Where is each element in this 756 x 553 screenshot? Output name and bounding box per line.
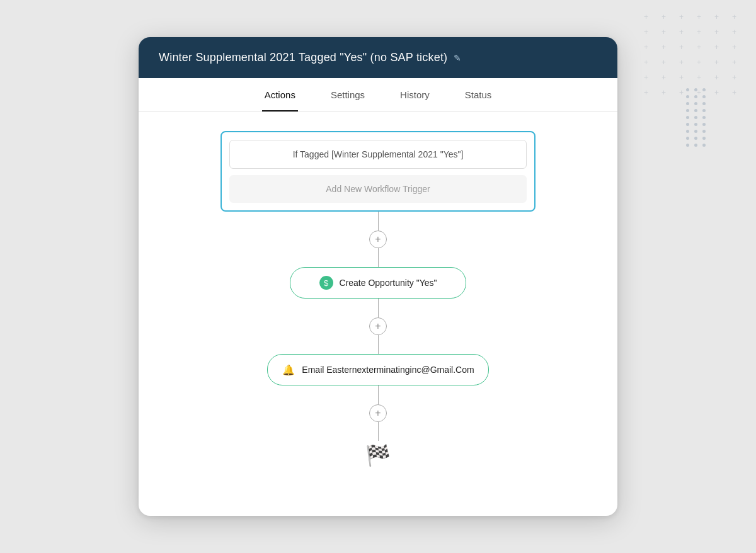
add-step-button-3[interactable]: + — [369, 404, 387, 422]
plus-icon-1: + — [375, 234, 381, 245]
dollar-icon: $ — [324, 278, 328, 288]
connector-line-1 — [378, 212, 379, 231]
connector-line-3 — [378, 385, 379, 404]
add-trigger-button[interactable]: Add New Workflow Trigger — [229, 175, 527, 203]
tab-settings[interactable]: Settings — [328, 78, 367, 111]
tabs-bar: Actions Settings History Status — [139, 78, 617, 112]
outer-wrapper: ++++++ ++++++ ++++++ ++++++ ++++++ +++++… — [0, 0, 756, 553]
tab-actions[interactable]: Actions — [262, 78, 298, 111]
decorative-plus-grid: ++++++ ++++++ ++++++ ++++++ ++++++ +++++… — [644, 13, 743, 97]
card-header: Winter Supplemental 2021 Tagged "Yes" (n… — [139, 37, 617, 78]
add-step-button-1[interactable]: + — [369, 231, 387, 248]
decorative-dots — [686, 88, 706, 151]
bell-icon: 🔔 — [282, 364, 295, 376]
trigger-condition[interactable]: If Tagged [Winter Supplemental 2021 "Yes… — [229, 140, 527, 169]
action-label-1: Create Opportunity "Yes" — [340, 278, 437, 288]
connector-line-1b — [378, 248, 379, 267]
trigger-box: If Tagged [Winter Supplemental 2021 "Yes… — [220, 131, 536, 212]
connector-1: + — [369, 212, 387, 267]
main-card: Winter Supplemental 2021 Tagged "Yes" (n… — [139, 37, 617, 516]
plus-icon-2: + — [375, 321, 381, 332]
action-node-email[interactable]: 🔔 Email Easternexterminatinginc@Gmail.Co… — [267, 354, 488, 385]
edit-icon[interactable]: ✎ — [454, 53, 461, 63]
card-title: Winter Supplemental 2021 Tagged "Yes" (n… — [159, 51, 447, 64]
finish-flag: 🏁 — [365, 443, 391, 467]
connector-line-2b — [378, 335, 379, 354]
card-body: If Tagged [Winter Supplemental 2021 "Yes… — [139, 112, 617, 493]
connector-3: + — [369, 385, 387, 441]
opportunity-icon: $ — [319, 276, 333, 290]
action-node-create-opportunity[interactable]: $ Create Opportunity "Yes" — [290, 267, 466, 299]
plus-icon-3: + — [375, 408, 381, 419]
connector-line-2 — [378, 299, 379, 317]
connector-2: + — [369, 299, 387, 354]
email-icon: 🔔 — [282, 363, 295, 377]
connector-line-3b — [378, 422, 379, 441]
tab-status[interactable]: Status — [462, 78, 495, 111]
add-step-button-2[interactable]: + — [369, 317, 387, 335]
tab-history[interactable]: History — [398, 78, 432, 111]
action-label-2: Email Easternexterminatinginc@Gmail.Com — [302, 365, 474, 375]
